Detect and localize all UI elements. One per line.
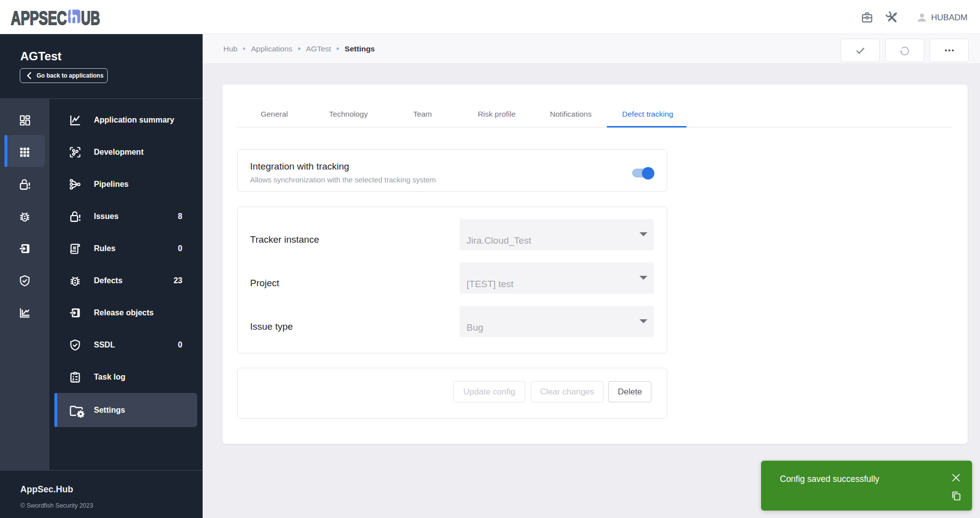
svg-text:APPSEC: APPSEC xyxy=(11,7,67,29)
svg-text:UB: UB xyxy=(81,7,100,28)
